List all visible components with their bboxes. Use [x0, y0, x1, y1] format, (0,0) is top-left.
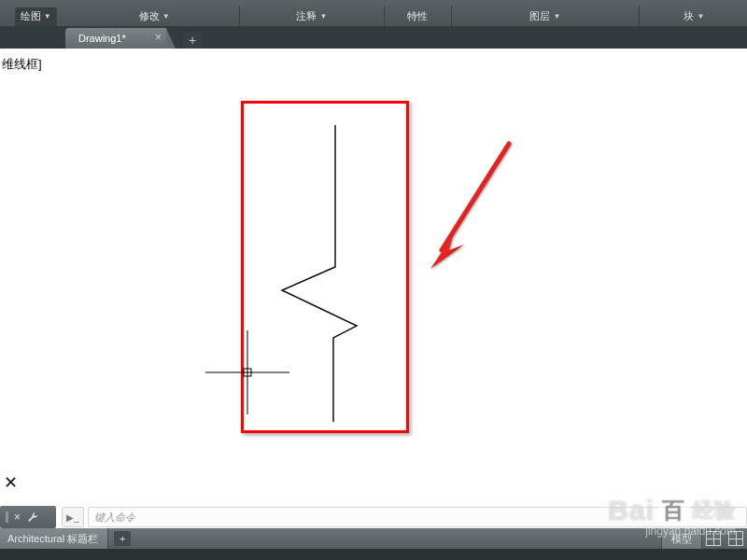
document-tab[interactable]: Drawing1* × [65, 28, 166, 49]
wrench-icon[interactable] [26, 511, 39, 524]
ribbon-panel-label: 修改 [139, 9, 160, 23]
ribbon: 绘图▼ 修改▼ 注释▼ 特性 图层▼ 块▼ [0, 0, 747, 26]
ribbon-panel-block[interactable]: 块▼ [641, 0, 747, 26]
document-tabstrip: Drawing1* × + [0, 26, 747, 49]
layout-tab[interactable]: Architectural 标题栏 [0, 528, 108, 549]
ribbon-panel-label: 图层 [529, 9, 550, 23]
model-tab[interactable]: 模型 [661, 528, 702, 549]
chevron-down-icon: ▼ [553, 12, 560, 21]
ribbon-separator [239, 6, 240, 26]
chevron-down-icon: ▼ [697, 12, 704, 21]
grip-icon [6, 511, 8, 523]
ribbon-panel-label: 特性 [407, 9, 428, 23]
ribbon-panel-label: 绘图 [21, 9, 41, 23]
command-input[interactable]: 键入命令 [88, 507, 747, 527]
ribbon-panel-layer[interactable]: 图层▼ [454, 0, 637, 26]
grid-icon[interactable] [706, 531, 721, 546]
document-tab-title: Drawing1* [78, 33, 126, 44]
ribbon-panel-modify[interactable]: 修改▼ [71, 0, 237, 26]
ribbon-panel-label: 块 [684, 9, 694, 23]
ribbon-panel-label: 注释 [296, 9, 317, 23]
annotation-arrow [425, 138, 518, 287]
status-bar [0, 549, 747, 560]
grid-icon[interactable] [728, 531, 743, 546]
command-handle[interactable]: × [0, 506, 56, 528]
cursor-crosshair [205, 330, 289, 414]
ribbon-separator [639, 6, 640, 26]
ribbon-separator [451, 6, 452, 26]
chevron-down-icon: ▼ [44, 12, 51, 21]
close-icon[interactable]: × [14, 511, 21, 524]
drawing-canvas[interactable]: 维线框] ✕ [0, 49, 747, 506]
ribbon-panel-draw[interactable]: 绘图▼ [0, 0, 71, 26]
viewport-label: 维线框] [2, 56, 42, 73]
command-history-button[interactable]: ▶_ [62, 507, 84, 527]
new-tab-button[interactable]: + [183, 32, 202, 49]
ribbon-panel-props[interactable]: 特性 [387, 0, 449, 26]
close-panel-x[interactable]: ✕ [4, 472, 18, 493]
close-icon[interactable]: × [152, 32, 164, 44]
ribbon-separator [384, 6, 385, 26]
layout-tabstrip: Architectural 标题栏 + 模型 [0, 528, 747, 549]
chevron-down-icon: ▼ [162, 12, 170, 21]
add-layout-button[interactable]: + [114, 531, 131, 546]
chevron-down-icon: ▼ [319, 12, 327, 21]
ribbon-panel-annotate[interactable]: 注释▼ [242, 0, 382, 26]
command-line: × ▶_ 键入命令 [0, 506, 747, 528]
